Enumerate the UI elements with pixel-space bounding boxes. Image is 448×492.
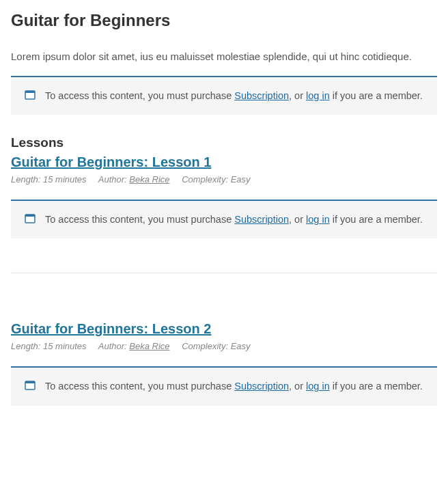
complexity-label: Complexity: bbox=[182, 341, 231, 351]
access-notice: To access this content, you must purchas… bbox=[11, 76, 437, 115]
lesson-item: Guitar for Beginners: Lesson 1 Length: 1… bbox=[11, 154, 437, 238]
access-notice: To access this content, you must purchas… bbox=[11, 366, 437, 405]
complexity-label: Complexity: bbox=[182, 174, 231, 184]
lesson-title: Guitar for Beginners: Lesson 1 bbox=[11, 154, 437, 170]
author-link[interactable]: Beka Rice bbox=[129, 174, 169, 184]
notice-text: To access this content, you must purchas… bbox=[45, 379, 423, 394]
length-value: 15 minutes bbox=[43, 341, 87, 351]
intro-text: Lorem ipsum dolor sit amet, ius eu malui… bbox=[11, 51, 437, 62]
author-label: Author: bbox=[98, 341, 130, 351]
access-notice: To access this content, you must purchas… bbox=[11, 200, 437, 238]
lesson-item: Guitar for Beginners: Lesson 2 Length: 1… bbox=[11, 321, 437, 405]
length-label: Length: bbox=[11, 341, 43, 351]
info-icon bbox=[25, 380, 36, 391]
svg-rect-5 bbox=[25, 381, 35, 383]
notice-text: To access this content, you must purchas… bbox=[45, 88, 423, 104]
info-icon bbox=[25, 90, 36, 100]
complexity-value: Easy bbox=[231, 174, 251, 184]
login-link[interactable]: log in bbox=[306, 381, 330, 392]
complexity-value: Easy bbox=[231, 341, 251, 351]
notice-prefix: To access this content, you must purchas… bbox=[45, 90, 234, 101]
notice-suffix: if you are a member. bbox=[330, 214, 423, 225]
svg-rect-3 bbox=[25, 215, 35, 217]
divider bbox=[11, 273, 437, 273]
author-link[interactable]: Beka Rice bbox=[129, 341, 169, 351]
length-value: 15 minutes bbox=[43, 174, 87, 184]
lessons-heading: Lessons bbox=[11, 135, 437, 150]
page-title: Guitar for Beginners bbox=[11, 11, 437, 30]
notice-middle: , or bbox=[289, 381, 306, 392]
length-label: Length: bbox=[11, 174, 43, 184]
subscription-link[interactable]: Subscription bbox=[234, 214, 289, 225]
login-link[interactable]: log in bbox=[306, 214, 330, 225]
notice-suffix: if you are a member. bbox=[330, 381, 423, 392]
notice-prefix: To access this content, you must purchas… bbox=[45, 214, 234, 225]
notice-text: To access this content, you must purchas… bbox=[45, 212, 423, 228]
login-link[interactable]: log in bbox=[306, 90, 330, 101]
subscription-link[interactable]: Subscription bbox=[234, 381, 289, 392]
notice-prefix: To access this content, you must purchas… bbox=[45, 381, 234, 392]
notice-middle: , or bbox=[289, 214, 306, 225]
info-icon bbox=[25, 213, 36, 224]
notice-suffix: if you are a member. bbox=[330, 90, 423, 101]
lesson-link[interactable]: Guitar for Beginners: Lesson 1 bbox=[11, 154, 211, 169]
lesson-link[interactable]: Guitar for Beginners: Lesson 2 bbox=[11, 321, 211, 336]
subscription-link[interactable]: Subscription bbox=[234, 90, 289, 101]
lesson-meta: Length: 15 minutes Author: Beka Rice Com… bbox=[11, 341, 437, 351]
svg-rect-1 bbox=[25, 91, 35, 93]
author-label: Author: bbox=[98, 174, 130, 184]
lesson-title: Guitar for Beginners: Lesson 2 bbox=[11, 321, 437, 337]
notice-middle: , or bbox=[289, 90, 306, 101]
lesson-meta: Length: 15 minutes Author: Beka Rice Com… bbox=[11, 174, 437, 184]
